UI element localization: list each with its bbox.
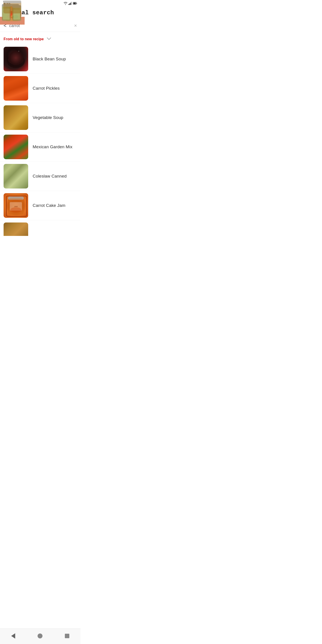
sort-filter[interactable]: From old to new recipe — [0, 34, 80, 44]
recipe-image-black-bean-soup — [4, 47, 28, 71]
recipe-image-partial — [4, 222, 28, 236]
recipe-name-carrot-cake-jam: Carrot Cake Jam — [33, 203, 66, 208]
recipe-name-vegetable-soup: Vegetable Soup — [33, 115, 63, 120]
svg-point-49 — [10, 207, 22, 213]
svg-line-12 — [16, 51, 19, 59]
wifi-icon — [64, 2, 68, 6]
recipe-item-carrot-pickles[interactable]: Carrot Pickles — [0, 74, 80, 103]
recipe-item-partial[interactable] — [0, 220, 80, 254]
svg-rect-1 — [69, 3, 70, 5]
svg-point-7 — [7, 54, 25, 68]
svg-rect-2 — [70, 3, 71, 5]
recipe-item-mexican-garden-mix[interactable]: Mexican Garden Mix — [0, 132, 80, 162]
svg-point-14 — [13, 57, 14, 58]
svg-rect-44 — [8, 197, 24, 215]
svg-point-13 — [15, 59, 18, 60]
recipe-item-black-bean-soup[interactable]: Black Bean Soup — [0, 44, 80, 74]
svg-rect-46 — [9, 198, 23, 214]
recipe-list: Black Bean Soup Carrot Pickles — [0, 44, 80, 254]
svg-rect-3 — [71, 2, 72, 5]
recipe-name-mexican-garden-mix: Mexican Garden Mix — [33, 144, 72, 149]
status-icons — [64, 2, 77, 6]
battery-icon — [73, 2, 77, 6]
recipe-item-carrot-cake-jam[interactable]: JAM Carrot Cake Jam — [0, 191, 80, 220]
svg-point-9 — [12, 58, 14, 60]
svg-rect-5 — [73, 2, 76, 4]
svg-point-15 — [16, 56, 16, 58]
svg-rect-45 — [8, 196, 24, 200]
recipe-image-mexican-garden-mix — [4, 134, 28, 159]
recipe-name-black-bean-soup: Black Bean Soup — [33, 56, 66, 62]
carrotjam-decoration: JAM — [4, 193, 28, 218]
svg-text:JAM: JAM — [14, 206, 18, 208]
chevron-down-icon — [46, 37, 52, 41]
svg-point-11 — [18, 60, 20, 61]
recipe-item-coleslaw-canned[interactable]: Coleslaw Canned — [0, 162, 80, 191]
soup-decoration — [4, 47, 28, 71]
svg-rect-47 — [10, 202, 22, 211]
recipe-image-carrot-cake-jam: JAM — [4, 193, 28, 218]
recipe-image-coleslaw-canned — [4, 164, 28, 188]
svg-point-10 — [16, 57, 18, 59]
svg-rect-0 — [68, 4, 69, 5]
recipe-image-vegetable-soup — [4, 105, 28, 130]
recipe-item-vegetable-soup[interactable]: Vegetable Soup — [0, 103, 80, 132]
signal-icon — [68, 2, 72, 6]
recipe-name-carrot-pickles: Carrot Pickles — [33, 86, 60, 91]
clear-search-button[interactable]: × — [71, 22, 77, 30]
svg-rect-6 — [76, 3, 77, 4]
recipe-name-coleslaw-canned: Coleslaw Canned — [33, 174, 67, 179]
sort-label: From old to new recipe — [4, 37, 44, 41]
svg-point-8 — [8, 55, 24, 64]
recipe-image-carrot-pickles — [4, 76, 28, 100]
